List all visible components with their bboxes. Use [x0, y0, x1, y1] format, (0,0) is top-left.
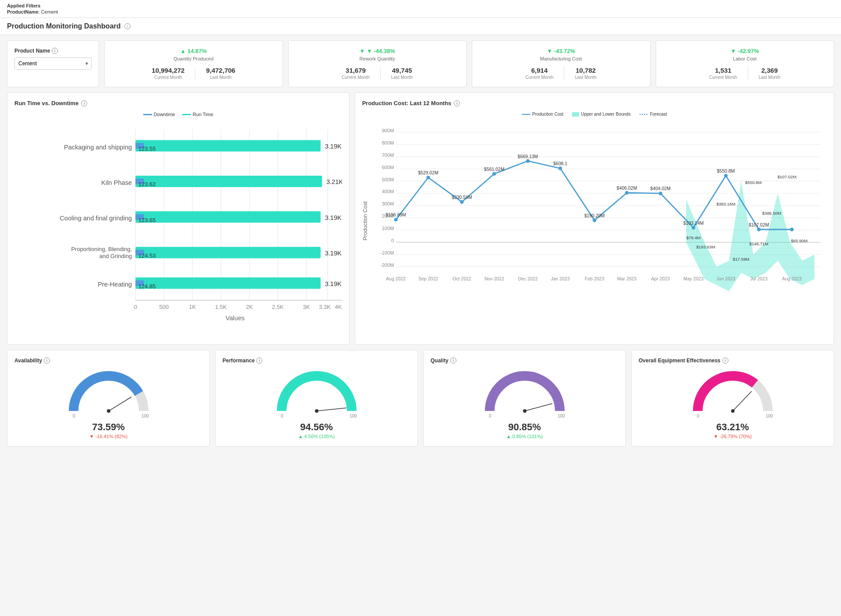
- kpi-divider-2: [380, 67, 381, 80]
- gauge-availability-svg: 0 100: [65, 367, 152, 420]
- gauge-availability-change: ▼ -16.41% (82%): [89, 434, 127, 439]
- svg-text:$330.59M: $330.59M: [452, 195, 472, 200]
- bar-chart-info-icon[interactable]: i: [81, 100, 87, 106]
- gauge-oee-svg: 0 100: [689, 367, 777, 420]
- svg-text:Production Cost: Production Cost: [362, 201, 368, 241]
- availability-info-icon[interactable]: i: [44, 358, 50, 364]
- svg-point-72: [426, 176, 430, 179]
- svg-text:3.21K: 3.21K: [326, 178, 342, 185]
- svg-point-77: [593, 219, 596, 222]
- svg-text:123.55: 123.55: [138, 145, 156, 152]
- quality-info-icon[interactable]: i: [450, 358, 456, 364]
- svg-text:1K: 1K: [189, 304, 196, 310]
- bar-chart-card: Run Time vs. Downtime i Downtime Run Tim…: [7, 92, 350, 345]
- gauge-card-performance: Performance i 0 100 94.56% ▲ 4.56% (105%…: [215, 350, 418, 446]
- kpi-rework-change: ▼ -44.38%: [360, 48, 395, 54]
- gauge-oee-value: 63.21%: [716, 421, 749, 433]
- arrow-down-icon: ▼: [360, 48, 374, 54]
- svg-text:900M: 900M: [382, 128, 394, 133]
- svg-text:0: 0: [391, 238, 394, 243]
- legend-runtime: Run Time: [182, 112, 213, 117]
- gauge-oee-change: ▼ -26.79% (70%): [714, 434, 752, 439]
- svg-text:$550.8M: $550.8M: [745, 180, 762, 185]
- svg-text:Dec 2022: Dec 2022: [518, 276, 537, 281]
- kpi-quantity-last: 9,472,706 Last Month: [206, 67, 235, 80]
- svg-text:Aug 2022: Aug 2022: [386, 276, 406, 281]
- svg-text:0: 0: [281, 414, 283, 418]
- applied-filters-label: Applied Filters: [7, 3, 40, 8]
- svg-text:and Grinding: and Grinding: [99, 253, 132, 259]
- performance-info-icon[interactable]: i: [256, 358, 262, 364]
- svg-text:3K: 3K: [303, 304, 310, 310]
- kpi-card-quantity: 14.87% Quantity Produced 10,994,272 Curr…: [104, 40, 283, 87]
- kpi-rework-values: 31,679 Current Month 49,745 Last Month: [342, 67, 413, 80]
- product-select[interactable]: Cement: [14, 57, 92, 70]
- legend-upper-lower: Upper and Lower Bounds: [572, 112, 630, 117]
- kpi-mfg-title: Manufacturing Cost: [540, 56, 582, 61]
- svg-text:Kiln Phase: Kiln Phase: [101, 179, 132, 186]
- kpi-divider-3: [564, 67, 564, 80]
- page-title-info-icon[interactable]: i: [124, 23, 131, 29]
- svg-rect-9: [135, 140, 321, 152]
- oee-info-icon[interactable]: i: [722, 358, 728, 364]
- legend-production-cost: Production Cost: [522, 112, 563, 117]
- upper-lower-legend-color: [572, 112, 579, 117]
- svg-text:Sep 2022: Sep 2022: [418, 276, 438, 281]
- product-select-wrapper[interactable]: Cement: [14, 57, 92, 70]
- filter-key: ProductName: [7, 9, 39, 14]
- gauge-performance-change: ▲ 4.56% (105%): [298, 434, 335, 439]
- svg-text:100: 100: [141, 414, 149, 418]
- svg-line-122: [317, 408, 346, 411]
- svg-text:Oct 2022: Oct 2022: [452, 276, 471, 281]
- kpi-mfg-change: ▼ -43.72%: [547, 48, 575, 54]
- gauge-card-quality: Quality i 0 100 90.85% ▲ 0.85% (101%): [423, 350, 626, 446]
- svg-text:0: 0: [73, 414, 75, 418]
- svg-text:Jun 2023: Jun 2023: [716, 276, 735, 281]
- svg-point-74: [492, 172, 496, 176]
- svg-text:100: 100: [558, 414, 565, 418]
- filter-value: Cement: [41, 9, 58, 14]
- arrow-up-icon: [180, 48, 187, 54]
- svg-text:123.65: 123.65: [138, 217, 156, 223]
- svg-text:$608.1: $608.1: [553, 161, 567, 166]
- kpi-quantity-change: 14.87%: [180, 48, 207, 54]
- kpi-rework-title: Rework Quantity: [360, 56, 395, 61]
- svg-point-80: [692, 226, 695, 229]
- svg-text:$103.14M: $103.14M: [683, 221, 704, 226]
- line-chart-info-icon[interactable]: i: [454, 100, 460, 106]
- svg-text:2K: 2K: [246, 304, 253, 310]
- kpi-quantity-values: 10,994,272 Current Month 9,472,706 Last …: [152, 67, 235, 80]
- svg-text:$386.50M: $386.50M: [762, 211, 781, 216]
- svg-text:123.62: 123.62: [138, 181, 156, 188]
- svg-text:$561.02M: $561.02M: [484, 167, 505, 172]
- svg-text:Aug 2023: Aug 2023: [782, 276, 802, 281]
- svg-text:Feb 2023: Feb 2023: [585, 276, 604, 281]
- svg-point-123: [315, 409, 318, 413]
- svg-text:700M: 700M: [382, 152, 394, 158]
- svg-text:Apr 2023: Apr 2023: [651, 276, 670, 281]
- svg-text:3.19K: 3.19K: [325, 280, 342, 287]
- kpi-labor-title: Labor Cost: [733, 56, 756, 61]
- gauge-card-oee: Overall Equipment Effectiveness i 0 100 …: [631, 350, 834, 446]
- kpi-mfg-values: 6,914 Current Month 10,782 Last Month: [526, 67, 597, 80]
- svg-point-79: [658, 191, 662, 195]
- filter-info-icon[interactable]: i: [52, 48, 58, 54]
- svg-text:$65.90M: $65.90M: [791, 238, 807, 243]
- kpi-card-rework: ▼ -44.38% Rework Quantity 31,679 Current…: [288, 40, 467, 87]
- svg-text:600M: 600M: [382, 165, 394, 170]
- gauge-availability-value: 73.59%: [92, 421, 125, 433]
- line-chart-svg: Production Cost 900M 800M 700M 600M 500M…: [362, 120, 827, 310]
- svg-text:$193.63M: $193.63M: [696, 244, 715, 249]
- line-chart-card: Production Cost: Last 12 Months i Produc…: [355, 92, 834, 345]
- svg-text:3.19K: 3.19K: [325, 214, 342, 221]
- charts-row: Run Time vs. Downtime i Downtime Run Tim…: [7, 92, 834, 345]
- svg-rect-30: [135, 277, 321, 289]
- svg-text:100: 100: [350, 414, 357, 418]
- svg-point-83: [790, 228, 793, 231]
- svg-line-130: [733, 391, 752, 411]
- kpi-card-labor: ▼ -42.97% Labor Cost 1,531 Current Month…: [656, 40, 834, 87]
- kpi-quantity-current: 10,994,272 Current Month: [152, 67, 184, 80]
- svg-text:Cooling and final grinding: Cooling and final grinding: [60, 215, 132, 222]
- line-chart-legend: Production Cost Upper and Lower Bounds F…: [362, 112, 827, 117]
- svg-text:$146.71M: $146.71M: [749, 241, 768, 246]
